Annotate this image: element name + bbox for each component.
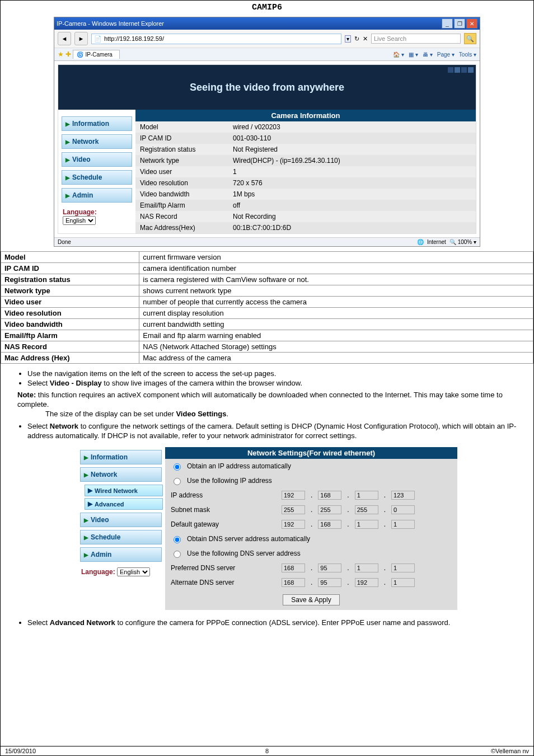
info-label: IP CAM ID <box>135 133 228 144</box>
feeds-icon[interactable]: ▦ ▾ <box>409 51 418 58</box>
nav-schedule[interactable]: ▶Schedule <box>62 170 132 185</box>
pd-2[interactable] <box>318 564 341 572</box>
add-favorites-icon[interactable]: ✚ <box>65 50 71 58</box>
url-text: http://192.168.192.59/ <box>104 35 164 42</box>
nav-network[interactable]: ▶Network <box>62 134 132 149</box>
table-row: Registration statusis camera registered … <box>1 274 533 285</box>
refresh-icon[interactable]: ↻ <box>354 35 359 43</box>
url-field[interactable]: 📄 http://192.168.192.59/ <box>91 34 341 44</box>
arrow-icon: ▶ <box>88 487 92 494</box>
camera-info-table: Modelwired / v020203IP CAM ID001-030-110… <box>135 121 476 233</box>
language-select[interactable]: English <box>63 216 96 225</box>
nav2-admin[interactable]: ▶Admin <box>80 547 162 562</box>
bullet-1: Use the navigation items on the left of … <box>27 369 517 379</box>
stop-icon[interactable]: ✕ <box>363 35 368 43</box>
page-footer: 15/09/2010 8 ©Velleman nv <box>1 746 533 755</box>
desc-key: Video resolution <box>1 308 139 319</box>
gw-4[interactable] <box>391 520 415 529</box>
page-icon: 📄 <box>94 35 102 43</box>
manual-ip-row: Use the following IP address <box>165 473 457 488</box>
favorites-icon[interactable]: ★ <box>58 50 64 58</box>
sn-2[interactable] <box>318 505 341 514</box>
desc-value: shows current network type <box>139 285 533 297</box>
manual-ip-radio[interactable] <box>174 478 181 485</box>
bullet-4: Select Advanced Network to configure the… <box>27 618 517 628</box>
info-label: Model <box>135 121 228 133</box>
ie-titlebar: IP-Camera - Windows Internet Explorer _ … <box>54 17 480 30</box>
close-icon[interactable]: ✕ <box>466 18 477 29</box>
sn-1[interactable] <box>282 505 305 514</box>
table-row: IP CAM IDcamera identification number <box>1 263 533 274</box>
url-dropdown[interactable]: ▾ <box>345 35 351 43</box>
desc-value: Mac address of the camera <box>139 353 533 364</box>
auto-ip-radio[interactable] <box>174 463 181 471</box>
body-text-2: Select Advanced Network to configure the… <box>1 618 533 628</box>
ip-4[interactable] <box>391 491 415 500</box>
ip-2[interactable] <box>318 491 341 500</box>
table-row: IP CAM ID001-030-110 <box>135 133 476 144</box>
nav2-schedule[interactable]: ▶Schedule <box>80 530 162 544</box>
info-label: Video bandwidth <box>135 189 228 200</box>
internet-zone-icon: 🌐 <box>417 239 424 245</box>
search-go-icon[interactable]: 🔍 <box>464 33 476 44</box>
page-menu[interactable]: Page ▾ <box>437 51 455 58</box>
desc-value: number of people that currently access t… <box>139 297 533 308</box>
nav-information[interactable]: ▶Information <box>62 116 132 131</box>
table-row: Registration statusNot Registered <box>135 144 476 155</box>
arrow-icon: ▶ <box>88 500 92 508</box>
table-row: Video bandwidth1M bps <box>135 189 476 200</box>
nav-video[interactable]: ▶Video <box>62 152 132 167</box>
info-value: off <box>228 200 476 211</box>
subnav-advanced[interactable]: ▶Advanced <box>85 498 163 510</box>
info-label: NAS Record <box>135 211 228 222</box>
sn-4[interactable] <box>391 505 415 514</box>
sn-3[interactable] <box>355 505 378 514</box>
tools-menu[interactable]: Tools ▾ <box>459 51 476 58</box>
pd-3[interactable] <box>355 564 378 572</box>
auto-dns-radio[interactable] <box>174 536 181 543</box>
nav-admin[interactable]: ▶Admin <box>62 188 132 203</box>
minimize-icon[interactable]: _ <box>442 18 453 29</box>
tab-icon: 🌀 <box>77 51 83 58</box>
banner-text: Seeing the video from anywhere <box>190 82 344 93</box>
gw-3[interactable] <box>355 520 378 529</box>
table-row: Network typeshows current network type <box>1 285 533 297</box>
forward-button[interactable]: ► <box>74 32 88 45</box>
ip-1[interactable] <box>282 491 305 500</box>
alt-dns-row: Alternate DNS server . . . <box>165 575 457 590</box>
home-icon[interactable]: 🏠 ▾ <box>393 51 404 58</box>
nav2-video[interactable]: ▶Video <box>80 513 162 527</box>
search-box[interactable]: Live Search <box>371 34 461 44</box>
language-select-2[interactable]: English <box>117 567 150 576</box>
arrow-icon: ▶ <box>65 157 70 163</box>
bullet-2: Select Video - Display to show live imag… <box>27 379 517 388</box>
restore-icon[interactable]: ❐ <box>454 18 465 29</box>
pd-4[interactable] <box>391 564 415 572</box>
gw-2[interactable] <box>318 520 341 529</box>
table-row: Mac Address(Hex)00:1B:C7:00:1D:6D <box>135 222 476 233</box>
ad-4[interactable] <box>391 578 415 587</box>
ip-3[interactable] <box>355 491 378 500</box>
browser-tab[interactable]: 🌀 IP-Camera <box>73 50 120 59</box>
arrow-icon: ▶ <box>65 192 70 199</box>
save-apply-button[interactable]: Save & Apply <box>283 594 339 605</box>
footer-page: 8 <box>1 748 533 754</box>
desc-key: Mac Address (Hex) <box>1 353 139 364</box>
arrow-icon: ▶ <box>84 454 88 461</box>
subnav-wired[interactable]: ▶Wired Network <box>85 485 163 496</box>
nav2-information[interactable]: ▶Information <box>80 450 162 464</box>
network-settings-screenshot: ▶Information ▶Network ▶Wired Network ▶Ad… <box>76 447 458 611</box>
ad-3[interactable] <box>355 578 378 587</box>
pd-1[interactable] <box>282 564 305 572</box>
ad-2[interactable] <box>318 578 341 587</box>
gw-1[interactable] <box>282 520 305 529</box>
nav2-network[interactable]: ▶Network <box>80 467 162 482</box>
back-button[interactable]: ◄ <box>58 32 71 45</box>
ad-1[interactable] <box>282 578 305 587</box>
language-label: Language: <box>63 208 97 216</box>
manual-dns-radio[interactable] <box>174 551 181 558</box>
table-row: Video bandwidthcurrent bandwidth setting <box>1 319 533 330</box>
zoom-label[interactable]: 🔍 100% ▾ <box>449 239 476 245</box>
info-value: 001-030-110 <box>228 133 476 144</box>
print-icon[interactable]: 🖶 ▾ <box>423 51 433 58</box>
